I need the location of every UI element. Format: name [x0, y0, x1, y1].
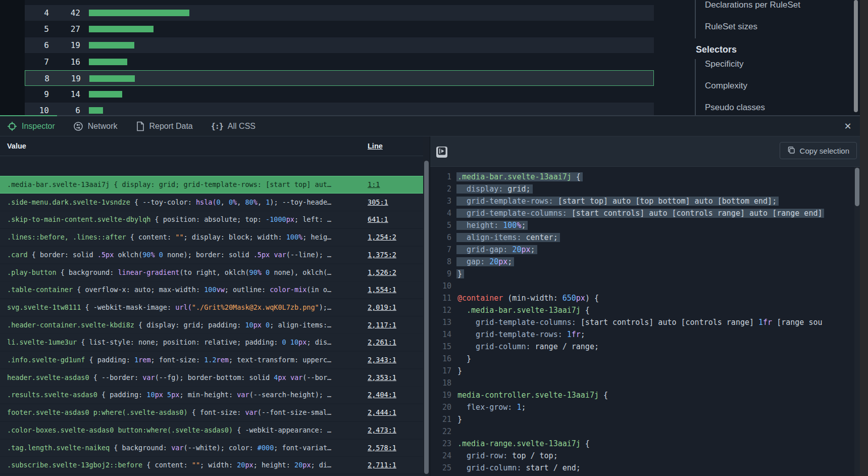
line-cell: 2,473:1: [368, 422, 396, 439]
code-line-10: 10: [430, 280, 457, 292]
tab-all-css[interactable]: {:} All CSS: [211, 122, 256, 131]
code-token: { display: grid; padding:: [134, 321, 245, 329]
nav-item-declarations-per-ruleset[interactable]: Declarations per RuleSet: [705, 0, 800, 10]
line-link[interactable]: 2,711:1: [368, 461, 396, 469]
table-row[interactable]: svg.svelte-1tw8111 { -webkit-mask-image:…: [0, 299, 423, 316]
code-token: var: [171, 444, 183, 452]
code-view[interactable]: 1.media-bar.svelte-13aai7j {2 display: g…: [430, 167, 854, 476]
rule-value: .skip-to-main-content.svelte-dbylqh { po…: [7, 211, 361, 228]
page-scrollbar-thumb[interactable]: [854, 0, 858, 112]
tab-report-data[interactable]: Report Data: [136, 121, 193, 131]
line-link[interactable]: 641:1: [368, 215, 388, 223]
code-token: { border: solid: [28, 251, 97, 259]
line-link[interactable]: 2,343:1: [368, 356, 396, 364]
inspector-table: Value Line .media-bar.svelte-13aai7j { d…: [0, 136, 423, 476]
tab-network[interactable]: Network: [73, 121, 118, 131]
code-token: ; font-variat…: [274, 444, 331, 452]
table-row[interactable]: .header-container.svelte-kbdi8z { displa…: [0, 317, 423, 334]
line-link[interactable]: 1,526:2: [368, 268, 396, 276]
code-scrollbar[interactable]: [854, 167, 860, 476]
nav-item-pseudo-classes[interactable]: Pseudo classes: [705, 103, 765, 113]
bar: [89, 91, 122, 98]
line-link[interactable]: 2,261:1: [368, 338, 396, 346]
chart-row-6[interactable]: 619: [25, 37, 654, 53]
code-scrollbar-thumb[interactable]: [855, 168, 859, 206]
line-link[interactable]: 2,117:1: [368, 321, 396, 329]
chart-row-5[interactable]: 527: [25, 21, 654, 37]
code-token: {: [581, 306, 590, 315]
code-token: grid-template-columns:: [457, 209, 567, 218]
table-row[interactable]: .lines::before, .lines::after { content:…: [0, 229, 423, 246]
code-line-24: 24 grid-row: top / top;: [430, 450, 558, 462]
table-row[interactable]: .side-menu.dark.svelte-1vsndze { --toy-c…: [0, 194, 423, 211]
line-link[interactable]: 2,019:1: [368, 303, 396, 311]
table-row[interactable]: .color-boxes.svelte-asdas0 button:where(…: [0, 422, 423, 439]
rule-value: .subscribe.svelte-13gboj2::before { cont…: [7, 457, 361, 473]
table-row[interactable]: header.svelte-asdas0 { --border: var(--f…: [0, 369, 423, 386]
column-header-line[interactable]: Line: [368, 142, 383, 150]
code-token: { -webkit-appearance: …: [233, 426, 331, 434]
code-token: .card: [7, 251, 28, 259]
expand-panel-button[interactable]: [436, 147, 447, 158]
code-token: 100: [503, 221, 517, 230]
line-link[interactable]: 1,254:2: [368, 233, 396, 241]
chart-row-9[interactable]: 914: [25, 86, 654, 102]
code-token: .info.svelte-gd1unf: [7, 356, 85, 364]
table-scrollbar[interactable]: [423, 136, 430, 476]
code-token: 20: [237, 461, 245, 469]
table-row[interactable]: .play-button { background: linear-gradie…: [0, 264, 423, 281]
code-token: ,: [237, 198, 245, 206]
code-token: [286, 373, 290, 382]
line-link[interactable]: 2,578:1: [368, 444, 396, 452]
table-row[interactable]: .card { border: solid .5px oklch(90% 0 n…: [0, 247, 423, 263]
line-number: 17: [430, 365, 451, 377]
table-row[interactable]: footer.svelte-asdas0 p:where(.svelte-asd…: [0, 404, 423, 421]
table-row[interactable]: .results.svelte-asdas0 { padding: 10px 5…: [0, 387, 423, 403]
line-link[interactable]: 305:1: [368, 198, 388, 206]
chart-row-10[interactable]: 106: [25, 103, 654, 115]
table-row[interactable]: .media-bar.svelte-13aai7j { display: gri…: [0, 176, 423, 193]
nav-item-complexity[interactable]: Complexity: [705, 81, 765, 91]
tab-inspector[interactable]: Inspector: [7, 121, 55, 131]
line-link[interactable]: 2,353:1: [368, 373, 396, 382]
code-token: (--white); color:: [184, 444, 258, 452]
line-link[interactable]: 2,444:1: [368, 408, 396, 416]
line-number: 10: [430, 280, 451, 292]
table-row[interactable]: .table-container { overflow-x: auto; max…: [0, 281, 423, 298]
code-token: { padding:: [97, 391, 147, 399]
table-row[interactable]: li.svelte-1ume3ur { list-style: none; po…: [0, 334, 423, 351]
line-link[interactable]: 1:1: [368, 180, 380, 188]
bucket-label: 4: [25, 5, 49, 21]
code-token: ,: [258, 198, 266, 206]
copy-selection-button[interactable]: Copy selection: [780, 142, 857, 159]
table-row[interactable]: .info.svelte-gd1unf { padding: 1rem; fon…: [0, 352, 423, 368]
line-link[interactable]: 1,554:1: [368, 285, 396, 294]
rule-value: footer.svelte-asdas0 p:where(.svelte-asd…: [7, 404, 361, 421]
line-link[interactable]: 2,404:1: [368, 391, 396, 399]
code-token: .lines::before, .lines::after: [7, 233, 126, 241]
chart-row-8[interactable]: 819: [25, 70, 654, 86]
code-token: .table-container: [7, 285, 73, 294]
code-text: }: [457, 354, 471, 363]
chart-row-4[interactable]: 442: [25, 5, 654, 21]
code-text: @container (min-width: 650px) {: [457, 294, 599, 303]
line-link[interactable]: 2,473:1: [368, 426, 396, 434]
code-token: .media-bar.svelte-13aai7j: [457, 306, 581, 315]
table-row[interactable]: .subscribe.svelte-13gboj2::before { cont…: [0, 457, 423, 473]
chart-row-7[interactable]: 716: [25, 54, 654, 70]
code-token: .tag.length.svelte-naikeq: [7, 444, 110, 452]
table-scrollbar-thumb[interactable]: [424, 161, 429, 474]
code-token: header.svelte-asdas0: [7, 373, 89, 382]
line-link[interactable]: 1,375:2: [368, 251, 396, 259]
table-row[interactable]: .tag.length.svelte-naikeq { background: …: [0, 440, 423, 456]
table-row[interactable]: .skip-to-main-content.svelte-dbylqh { po…: [0, 211, 423, 228]
code-token: ; width:: [200, 461, 237, 469]
code-text: height: 100%;: [457, 221, 526, 230]
nav-item-ruleset-sizes[interactable]: RuleSet sizes: [705, 22, 800, 32]
code-token: footer.svelte-asdas0 p:where(.svelte-asd…: [7, 408, 188, 416]
close-icon[interactable]: ✕: [842, 120, 854, 132]
code-line-17: 17}: [430, 365, 462, 377]
nav-item-specificity[interactable]: Specificity: [705, 59, 765, 69]
code-token: 1.2: [204, 356, 216, 364]
code-token: ; display: block; width:: [184, 233, 286, 241]
